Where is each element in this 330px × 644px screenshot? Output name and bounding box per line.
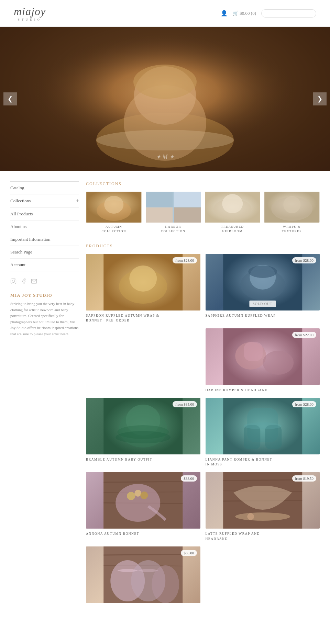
- hero-next-button[interactable]: ❯: [313, 92, 327, 105]
- product-daphne-name: DAPHNE ROMPER & HEADBAND: [206, 388, 320, 393]
- product-daphne-price: from $22.00: [292, 332, 316, 338]
- svg-point-63: [247, 513, 254, 520]
- instagram-icon[interactable]: [10, 278, 16, 286]
- product-last[interactable]: $68.00: [86, 546, 200, 606]
- svg-point-27: [283, 196, 300, 213]
- svg-point-14: [104, 196, 123, 214]
- product-last-price: $68.00: [181, 550, 197, 556]
- search-input[interactable]: [261, 9, 316, 18]
- svg-rect-38: [244, 342, 263, 361]
- product-bramble-name: BRAMBLE AUTUMN BABY OUTFIT: [86, 457, 200, 462]
- hero-prev-button[interactable]: ❮: [3, 92, 17, 105]
- account-icon[interactable]: 👤: [221, 10, 228, 16]
- svg-point-34: [248, 265, 277, 278]
- svg-point-30: [129, 265, 157, 292]
- sidebar-link-collections[interactable]: Collections +: [10, 194, 79, 207]
- svg-rect-7: [11, 279, 16, 284]
- svg-point-43: [116, 431, 170, 443]
- sidebar-link-important[interactable]: Important Information: [10, 233, 79, 246]
- products-grid: from $28.00 SAFFRON RUFFLED AUTUMN WRAP …: [86, 254, 320, 606]
- sidebar-item-search[interactable]: Search Page: [10, 246, 79, 259]
- product-latte-name: LATTE RUFFLED WRAP ANDHEADBAND: [206, 531, 320, 541]
- svg-rect-19: [174, 207, 201, 223]
- email-icon[interactable]: [31, 278, 37, 286]
- header-controls: 👤 🛒 $0.00 (0): [221, 9, 316, 18]
- collection-treasured-name: TREASUREDHEIRLOOM: [205, 225, 261, 233]
- product-lianna-name: LIANNA PANT ROMPER & BONNETIN MOSS: [206, 457, 320, 467]
- svg-point-8: [12, 280, 15, 283]
- svg-point-23: [222, 194, 243, 213]
- sidebar-item-account[interactable]: Account: [10, 259, 79, 271]
- hero-svg: [0, 27, 330, 171]
- site-header: miajoy STUDIO 👤 🛒 $0.00 (0): [0, 0, 330, 27]
- product-lianna-price: from $28.00: [292, 401, 316, 407]
- collection-harbor-thumb: [145, 192, 201, 223]
- sidebar-item-collections[interactable]: Collections +: [10, 194, 79, 208]
- svg-rect-17: [174, 192, 201, 207]
- product-daphne-thumb: from $22.00: [206, 328, 320, 385]
- sidebar-link-search[interactable]: Search Page: [10, 246, 79, 258]
- sidebar-link-about[interactable]: About us: [10, 221, 79, 233]
- product-latte-price: from $19.50: [292, 475, 316, 482]
- product-annona-thumb: $38.00: [86, 472, 200, 529]
- sidebar-item-about[interactable]: About us: [10, 221, 79, 233]
- brand-description: Striving to bring you the very best in b…: [10, 301, 79, 337]
- sidebar-link-all-products[interactable]: All Products: [10, 208, 79, 220]
- product-last-thumb: $68.00: [86, 546, 200, 603]
- svg-point-6: [96, 130, 234, 150]
- product-annona[interactable]: $38.00 ANNONA AUTUMN BONNET: [86, 472, 200, 541]
- svg-point-57: [140, 492, 148, 499]
- collection-wraps-thumb: [264, 192, 320, 223]
- collection-wraps[interactable]: WRAPS &TEXTURES: [264, 192, 320, 233]
- product-lianna[interactable]: from $28.00 LIANNA PANT ROMPER & BONNETI…: [206, 398, 320, 467]
- product-sapphire-name: SAPPHIRE AUTUMN RUFFLED WRAP: [206, 313, 320, 318]
- logo[interactable]: miajoy STUDIO: [14, 5, 46, 21]
- watermark-text: ✦ M ✦: [156, 154, 174, 160]
- collections-expand-icon: +: [76, 198, 79, 204]
- collections-title: COLLECTIONS: [86, 181, 320, 187]
- sidebar-link-catalog[interactable]: Catalog: [10, 182, 79, 194]
- svg-rect-16: [146, 192, 173, 207]
- svg-point-62: [235, 512, 290, 521]
- svg-point-56: [134, 490, 141, 497]
- collection-harbor[interactable]: HARBORCOLLECTION: [145, 192, 201, 233]
- product-lianna-thumb: from $28.00: [206, 398, 320, 454]
- main-content: Catalog Collections + All Products About…: [0, 171, 330, 616]
- sidebar: Catalog Collections + All Products About…: [10, 181, 79, 606]
- product-bramble[interactable]: from $85.00 BRAMBLE AUTUMN BABY OUTFIT: [86, 398, 200, 467]
- facebook-icon[interactable]: [21, 278, 27, 286]
- cart-button[interactable]: 🛒 $0.00 (0): [233, 11, 256, 16]
- product-saffron-thumb: from $28.00: [86, 254, 200, 310]
- product-saffron[interactable]: from $28.00 SAFFRON RUFFLED AUTUMN WRAP …: [86, 254, 200, 323]
- sidebar-link-account[interactable]: Account: [10, 259, 79, 271]
- sidebar-item-catalog[interactable]: Catalog: [10, 182, 79, 194]
- collection-autumn[interactable]: AUTUMNCOLLECTION: [86, 192, 142, 233]
- svg-point-48: [244, 422, 282, 429]
- product-saffron-price: from $28.00: [173, 257, 197, 263]
- product-sapphire-soldout: SOLD OUT: [249, 301, 276, 307]
- collection-treasured-thumb: [205, 192, 261, 223]
- sidebar-item-all-products[interactable]: All Products: [10, 208, 79, 221]
- svg-line-59: [223, 480, 302, 481]
- svg-point-37: [263, 351, 294, 375]
- collection-treasured[interactable]: TREASUREDHEIRLOOM: [205, 192, 261, 233]
- sidebar-item-important[interactable]: Important Information: [10, 233, 79, 246]
- svg-rect-18: [146, 207, 173, 223]
- product-saffron-name: SAFFRON RUFFLED AUTUMN WRAP &BONNET · PR…: [86, 313, 200, 323]
- collection-harbor-name: HARBORCOLLECTION: [145, 225, 201, 233]
- product-latte[interactable]: from $19.50 LATTE RUFFLED WRAP ANDHEADBA…: [206, 472, 320, 541]
- cart-icon: 🛒: [233, 11, 238, 16]
- svg-line-65: [103, 554, 183, 555]
- product-sapphire[interactable]: from $28.00 SOLD OUT SAPPHIRE AUTUMN RUF…: [206, 254, 320, 323]
- product-sapphire-thumb: from $28.00 SOLD OUT: [206, 254, 320, 310]
- svg-line-51: [103, 482, 183, 482]
- product-daphne[interactable]: from $22.00 DAPHNE ROMPER & HEADBAND: [206, 328, 320, 393]
- cart-total: $0.00 (0): [240, 11, 256, 16]
- svg-point-9: [14, 280, 15, 280]
- logo-text: miajoy: [14, 5, 46, 18]
- svg-point-54: [116, 484, 160, 522]
- products-title: PRODUCTS: [86, 244, 320, 249]
- product-sapphire-price: from $28.00: [292, 257, 316, 263]
- svg-point-55: [127, 492, 135, 500]
- sidebar-nav: Catalog Collections + All Products About…: [10, 181, 79, 271]
